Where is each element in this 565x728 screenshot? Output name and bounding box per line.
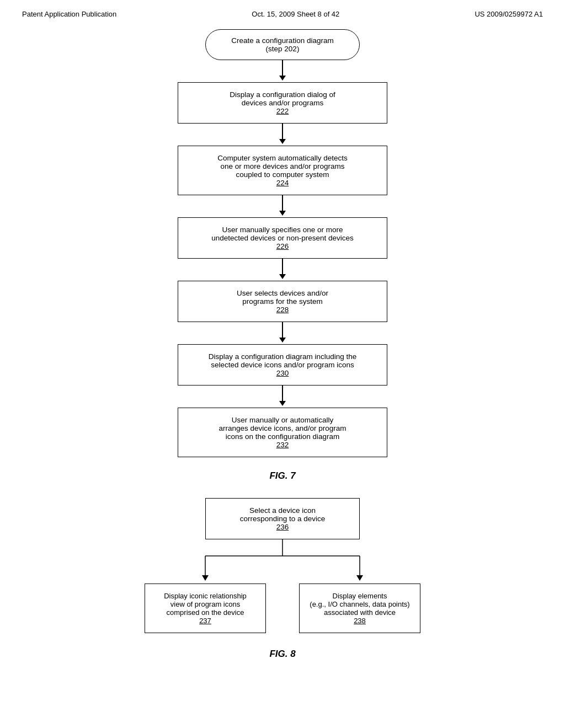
fig8-bottom-row: Display iconic relationshipview of progr… — [117, 584, 448, 633]
box-224: Computer system automatically detectsone… — [178, 146, 387, 195]
box-228: User selects devices and/orprograms for … — [178, 281, 387, 322]
fig7-caption: FIG. 7 — [269, 470, 295, 481]
box-236: Select a device iconcorresponding to a d… — [205, 498, 360, 539]
arrow-2 — [279, 124, 286, 146]
arrow-4 — [279, 259, 286, 281]
svg-marker-5 — [356, 575, 363, 581]
arrow-3 — [279, 195, 286, 217]
main-content: Create a configuration diagram(step 202)… — [0, 24, 565, 668]
fig8-flowchart: Select a device iconcorresponding to a d… — [117, 498, 448, 633]
fig7-flowchart: Create a configuration diagram(step 202)… — [150, 29, 415, 457]
box-238: Display elements(e.g., I/O channels, dat… — [299, 584, 420, 633]
box-222: Display a configuration dialog ofdevices… — [178, 82, 387, 124]
header-middle: Oct. 15, 2009 Sheet 8 of 42 — [252, 10, 339, 18]
arrow-5 — [279, 322, 286, 344]
arrow-6 — [279, 386, 286, 408]
header-right: US 2009/0259972 A1 — [475, 10, 543, 18]
svg-marker-3 — [202, 575, 209, 581]
box-230: Display a configuration diagram includin… — [178, 344, 387, 386]
box-start: Create a configuration diagram(step 202) — [205, 29, 360, 60]
branch-arrows-svg — [145, 539, 420, 584]
arrow-1 — [279, 60, 286, 82]
fig8-caption: FIG. 8 — [269, 649, 295, 660]
box-237: Display iconic relationshipview of progr… — [145, 584, 266, 633]
box-226: User manually specifies one or moreundet… — [178, 217, 387, 259]
header-left: Patent Application Publication — [22, 10, 116, 18]
page-header: Patent Application Publication Oct. 15, … — [0, 0, 565, 24]
box-232: User manually or automaticallyarranges d… — [178, 408, 387, 457]
